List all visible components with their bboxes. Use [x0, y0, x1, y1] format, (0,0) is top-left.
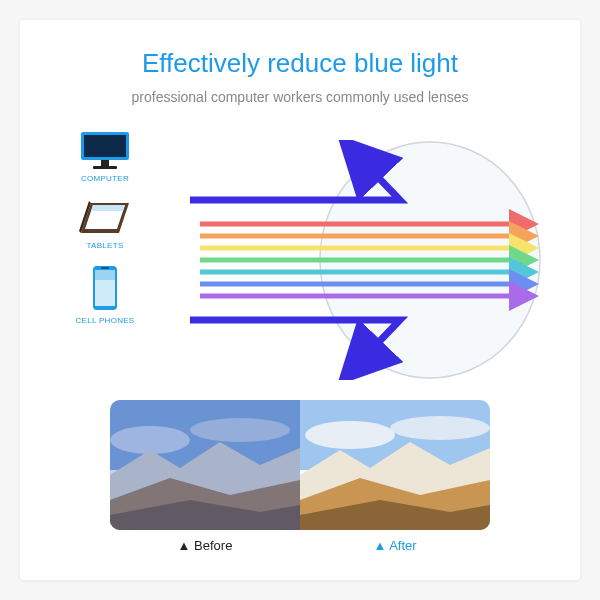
label-before: ▲ Before	[110, 538, 300, 553]
svg-rect-2	[101, 160, 109, 166]
page-title: Effectively reduce blue light	[50, 48, 550, 79]
device-tablet: TABLETS	[77, 197, 133, 250]
device-label: TABLETS	[86, 241, 123, 250]
page-subtitle: professional computer workers commonly u…	[50, 89, 550, 105]
compare-after-image	[300, 400, 490, 530]
svg-point-13	[305, 421, 395, 449]
after-text: After	[389, 538, 416, 553]
svg-rect-3	[93, 166, 117, 169]
light-diagram: COMPUTER TABLETS CELL PHONES	[50, 130, 550, 390]
before-text: Before	[194, 538, 232, 553]
device-list: COMPUTER TABLETS CELL PHONES	[60, 130, 150, 325]
device-computer: COMPUTER	[79, 130, 131, 183]
compare-before-image	[110, 400, 300, 530]
svg-rect-6	[95, 270, 115, 280]
svg-rect-7	[101, 267, 109, 269]
device-label: COMPUTER	[81, 174, 129, 183]
before-after-compare	[110, 400, 490, 530]
product-infographic-card: Effectively reduce blue light profession…	[20, 20, 580, 580]
compare-labels: ▲ Before ▲ After	[110, 538, 490, 553]
svg-rect-1	[84, 135, 126, 157]
svg-rect-11	[110, 400, 300, 530]
label-after: ▲ After	[300, 538, 490, 553]
monitor-icon	[79, 130, 131, 170]
triangle-marker-icon: ▲	[373, 538, 386, 553]
tablet-icon	[77, 197, 133, 237]
device-label: CELL PHONES	[75, 316, 134, 325]
svg-point-14	[390, 416, 490, 440]
light-rays-lens	[170, 140, 550, 380]
triangle-marker-icon: ▲	[178, 538, 191, 553]
device-phone: CELL PHONES	[75, 264, 134, 325]
phone-icon	[91, 264, 119, 312]
